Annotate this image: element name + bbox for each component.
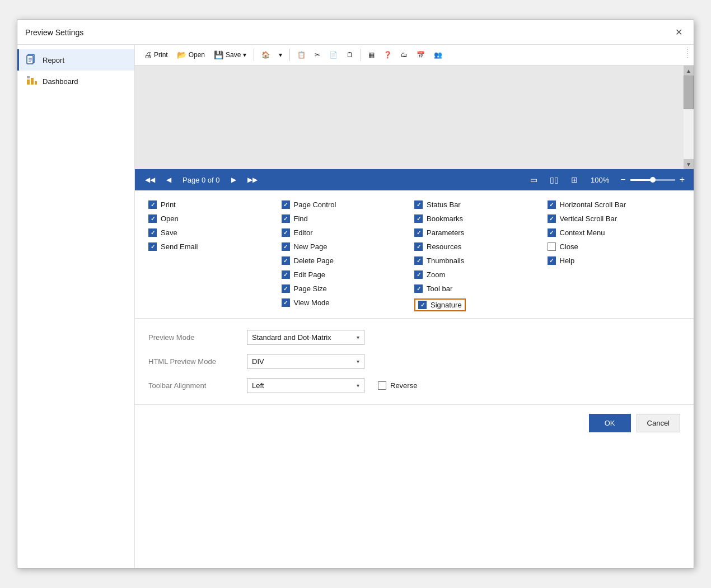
- cb-zoom[interactable]: Zoom: [414, 270, 548, 279]
- cb-resources[interactable]: Resources: [414, 242, 548, 251]
- ok-button[interactable]: OK: [589, 414, 631, 432]
- cb-print-label: Print: [161, 200, 176, 209]
- single-page-view-button[interactable]: ▭: [526, 173, 541, 186]
- toolbar-print-button[interactable]: 🖨 Print: [141, 48, 171, 62]
- cb-page-control-label: Page Control: [294, 200, 336, 209]
- toolbar-pages-button[interactable]: 🗂: [397, 49, 411, 61]
- svg-rect-5: [27, 80, 30, 85]
- html-preview-mode-label: HTML Preview Mode: [148, 357, 238, 366]
- svg-rect-6: [31, 78, 34, 85]
- cb-signature[interactable]: Signature: [414, 298, 548, 311]
- cb-parameters-label: Parameters: [427, 228, 464, 237]
- cb-context-menu-box[interactable]: [548, 228, 556, 237]
- cb-close[interactable]: Close: [548, 242, 681, 251]
- toolbar-overflow[interactable]: ⋮⋮: [685, 47, 690, 58]
- scroll-down-button[interactable]: ▼: [684, 159, 694, 169]
- toolbar-home-button[interactable]: 🏠: [258, 49, 273, 61]
- cb-open[interactable]: Open: [148, 214, 282, 223]
- toolbar-doc-button[interactable]: 🗒: [343, 49, 357, 61]
- title-bar: Preview Settings ✕: [17, 20, 694, 45]
- toolbar-table-button[interactable]: ▦: [365, 49, 378, 61]
- cb-find[interactable]: Find: [282, 214, 415, 223]
- cb-thumbnails-box[interactable]: [414, 256, 423, 265]
- sidebar-item-report[interactable]: Report: [17, 49, 134, 71]
- cb-find-box[interactable]: [282, 214, 290, 223]
- cancel-button[interactable]: Cancel: [637, 414, 680, 432]
- cb-parameters-box[interactable]: [414, 228, 423, 237]
- cb-context-menu[interactable]: Context Menu: [548, 228, 681, 237]
- html-preview-mode-select[interactable]: DIV ▾: [247, 354, 364, 369]
- first-page-button[interactable]: ◀◀: [142, 174, 158, 186]
- zoom-in-button[interactable]: +: [677, 175, 687, 185]
- cb-new-page-box[interactable]: [282, 242, 290, 251]
- cb-vertical-scroll-box[interactable]: [548, 214, 556, 223]
- toolbar-alignment-arrow: ▾: [357, 382, 359, 389]
- next-page-button[interactable]: ▶: [228, 174, 240, 186]
- cb-help[interactable]: Help: [548, 256, 681, 265]
- cb-page-size-box[interactable]: [282, 284, 290, 293]
- cb-editor-box[interactable]: [282, 228, 290, 237]
- toolbar-calendar-button[interactable]: 📅: [413, 49, 428, 61]
- cb-new-page[interactable]: New Page: [282, 242, 415, 251]
- dropdown-icon: ▾: [279, 51, 282, 59]
- cb-edit-page-box[interactable]: [282, 270, 290, 279]
- scroll-up-button[interactable]: ▲: [684, 66, 694, 76]
- cb-delete-page-box[interactable]: [282, 256, 290, 265]
- footer-buttons: OK Cancel: [135, 404, 694, 441]
- cb-signature-box[interactable]: [418, 301, 427, 309]
- cb-save-box[interactable]: [148, 228, 157, 237]
- cb-delete-page[interactable]: Delete Page: [282, 256, 415, 265]
- toolbar-copy-button[interactable]: 📋: [294, 49, 309, 61]
- cb-bookmarks-box[interactable]: [414, 214, 423, 223]
- scrollbar-thumb[interactable]: [684, 76, 694, 109]
- zoom-slider[interactable]: [630, 179, 675, 181]
- cb-bookmarks[interactable]: Bookmarks: [414, 214, 548, 223]
- prev-page-button[interactable]: ◀: [163, 174, 175, 186]
- cb-print[interactable]: Print: [148, 200, 282, 209]
- copy-icon: 📋: [297, 51, 306, 59]
- cb-help-box[interactable]: [548, 256, 556, 265]
- cb-horizontal-scroll-box[interactable]: [548, 200, 556, 209]
- cb-send-email-box[interactable]: [148, 242, 157, 251]
- close-button[interactable]: ✕: [672, 26, 686, 39]
- last-page-button[interactable]: ▶▶: [244, 174, 261, 186]
- cb-edit-page[interactable]: Edit Page: [282, 270, 415, 279]
- grid-view-button[interactable]: ⊞: [567, 173, 582, 186]
- cb-send-email[interactable]: Send Email: [148, 242, 282, 251]
- cb-resources-box[interactable]: [414, 242, 423, 251]
- two-page-view-button[interactable]: ▯▯: [546, 173, 563, 186]
- toolbar-people-button[interactable]: 👥: [431, 49, 446, 61]
- cb-page-control[interactable]: Page Control: [282, 200, 415, 209]
- cb-horizontal-scroll[interactable]: Horizontal Scroll Bar: [548, 200, 681, 209]
- cb-thumbnails[interactable]: Thumbnails: [414, 256, 548, 265]
- toolbar-open-button[interactable]: 📂 Open: [174, 48, 208, 62]
- cb-close-box[interactable]: [548, 242, 556, 251]
- cb-vertical-scroll[interactable]: Vertical Scroll Bar: [548, 214, 681, 223]
- cb-open-box[interactable]: [148, 214, 157, 223]
- cb-status-bar-box[interactable]: [414, 200, 423, 209]
- table-icon: ▦: [368, 51, 375, 59]
- cb-view-mode[interactable]: View Mode: [282, 298, 415, 307]
- reverse-checkbox[interactable]: [378, 381, 386, 390]
- toolbar-question-button[interactable]: ❓: [380, 49, 395, 61]
- cb-zoom-box[interactable]: [414, 270, 423, 279]
- toolbar-paste-button[interactable]: 📄: [326, 49, 341, 61]
- cb-tool-bar-box[interactable]: [414, 284, 423, 293]
- zoom-out-button[interactable]: −: [618, 175, 628, 185]
- sidebar-item-dashboard[interactable]: Dashboard: [17, 71, 134, 92]
- toolbar-sep-2: [289, 49, 290, 61]
- cb-view-mode-box[interactable]: [282, 298, 290, 307]
- cb-editor[interactable]: Editor: [282, 228, 415, 237]
- toolbar-dropdown-button[interactable]: ▾: [275, 49, 286, 61]
- toolbar-save-button[interactable]: 💾 Save ▾: [211, 48, 250, 62]
- cb-page-control-box[interactable]: [282, 200, 290, 209]
- cb-status-bar[interactable]: Status Bar: [414, 200, 548, 209]
- preview-mode-select[interactable]: Standard and Dot-Matrix ▾: [247, 330, 364, 345]
- cb-page-size[interactable]: Page Size: [282, 284, 415, 293]
- cb-tool-bar[interactable]: Tool bar: [414, 284, 548, 293]
- toolbar-alignment-select[interactable]: Left ▾: [247, 378, 364, 393]
- cb-print-box[interactable]: [148, 200, 157, 209]
- cb-save[interactable]: Save: [148, 228, 282, 237]
- toolbar-cut-button[interactable]: ✂: [311, 49, 324, 61]
- cb-parameters[interactable]: Parameters: [414, 228, 548, 237]
